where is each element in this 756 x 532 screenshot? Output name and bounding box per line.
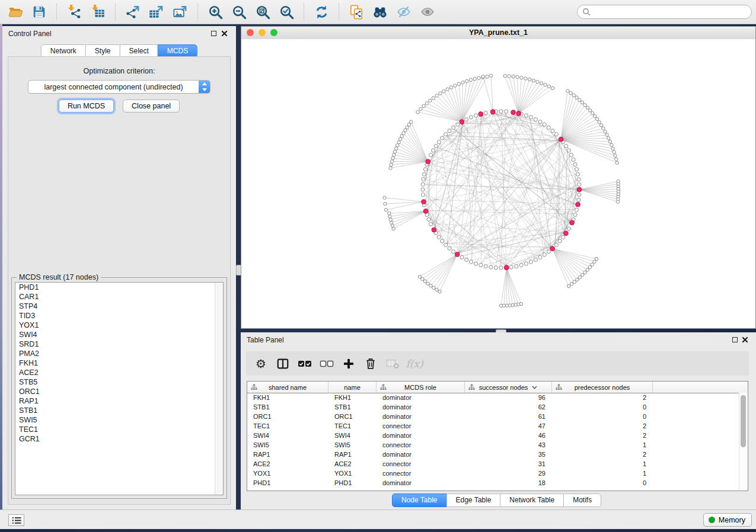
list-item[interactable]: CAR1 (15, 292, 223, 302)
column-header-filler (653, 382, 748, 393)
table-mode-gear-button[interactable]: ⚙ (252, 355, 270, 373)
table-tab-node-table[interactable]: Node Table (392, 493, 447, 507)
table-row[interactable]: SWI5SWI5connector431 (247, 440, 739, 450)
table-tab-network-table[interactable]: Network Table (500, 493, 564, 507)
list-item[interactable]: TID3 (15, 311, 223, 321)
table-cell: SWI5 (247, 440, 328, 450)
list-item[interactable]: SRD1 (15, 339, 223, 349)
column-header-successor-nodes[interactable]: successor nodes (465, 382, 552, 393)
zoom-out-button[interactable] (228, 2, 250, 22)
show-all-button[interactable] (417, 2, 438, 22)
list-item[interactable]: ORC1 (15, 387, 223, 396)
desktop: { "toolbar": { "groups": [ ["open-file",… (0, 0, 756, 532)
close-panel-icon-button[interactable] (221, 30, 229, 37)
table-row[interactable]: FKH1FKH1dominator962 (247, 393, 739, 402)
close-table-panel-button[interactable] (742, 336, 749, 344)
list-item[interactable]: STB5 (15, 377, 223, 387)
zoom-in-button[interactable] (205, 2, 226, 22)
table-row[interactable]: ACE2ACE2connector311 (247, 459, 739, 469)
list-item[interactable]: FKH1 (15, 358, 223, 368)
zoom-out-icon (231, 4, 247, 20)
table-row[interactable]: SWI4SWI4dominator462 (247, 431, 739, 440)
export-table-button[interactable] (146, 2, 167, 22)
list-scrollbar[interactable] (215, 283, 223, 495)
save-session-button[interactable] (28, 2, 50, 22)
list-item[interactable]: SWI5 (15, 415, 223, 425)
run-mcds-button[interactable]: Run MCDS (59, 100, 114, 113)
table-cell: STB1 (247, 402, 328, 412)
delete-column-button[interactable] (362, 355, 379, 373)
column-label: MCDS role (404, 384, 436, 391)
delete-table-icon (385, 358, 400, 370)
import-network-button[interactable] (63, 2, 85, 22)
table-cell: connector (377, 459, 465, 469)
toolbar-separator (56, 4, 57, 20)
list-item[interactable]: RAP1 (15, 396, 223, 406)
zoom-selected-icon (279, 4, 295, 20)
table-cell: 61 (465, 412, 552, 421)
first-neighbors-button[interactable] (369, 2, 391, 22)
table-cell: FKH1 (247, 393, 328, 402)
list-item[interactable]: GCR1 (15, 434, 223, 444)
table-row[interactable]: RAP1RAP1dominator352 (247, 450, 739, 459)
table-row[interactable]: PHD1PHD1dominator180 (247, 478, 739, 488)
refresh-network-button[interactable] (311, 2, 332, 22)
select-all-rows-icon (298, 359, 312, 368)
export-table-icon (149, 4, 165, 20)
column-header-MCDS-role[interactable]: MCDS role (377, 382, 465, 393)
table-cell: TEC1 (247, 421, 328, 431)
hide-selected-button[interactable] (393, 2, 414, 22)
table-mode-gear-icon: ⚙ (256, 358, 266, 370)
table-cell: PHD1 (328, 478, 377, 488)
table-scrollbar[interactable] (739, 393, 748, 491)
table-cell: RAP1 (247, 450, 328, 459)
list-item[interactable]: STP4 (15, 302, 223, 311)
table-cell: FKH1 (328, 393, 377, 402)
optimization-criterion-dropdown[interactable]: largest connected component (undirected) (28, 80, 210, 94)
list-item[interactable]: PMA2 (15, 349, 223, 358)
table-scrollbar-thumb[interactable] (741, 395, 746, 447)
table-row[interactable]: STB1STB1dominator620 (247, 402, 739, 412)
float-table-panel-button[interactable] (732, 337, 738, 342)
list-item[interactable]: STB1 (15, 406, 223, 415)
show-columns-button[interactable] (274, 355, 292, 373)
deselect-all-rows-icon (320, 359, 334, 368)
list-item[interactable]: SWI4 (15, 330, 223, 339)
column-header-shared-name[interactable]: shared name (247, 382, 328, 393)
export-image-button[interactable] (170, 2, 191, 22)
network-canvas[interactable] (241, 39, 755, 328)
export-network-button[interactable] (122, 2, 143, 22)
show-panels-menu-button[interactable] (8, 514, 24, 526)
list-item[interactable]: PHD1 (15, 283, 223, 292)
create-column-button[interactable] (340, 355, 358, 373)
column-label: predecessor nodes (575, 384, 630, 391)
import-table-button[interactable] (87, 2, 109, 22)
list-item[interactable]: ACE2 (15, 368, 223, 377)
deselect-all-rows-button[interactable] (318, 355, 336, 373)
memory-button[interactable]: Memory (703, 513, 752, 527)
clone-network-button[interactable] (346, 2, 367, 22)
column-header-name[interactable]: name (328, 382, 377, 393)
table-cell: 2 (552, 393, 653, 402)
create-column-icon (343, 358, 355, 370)
show-columns-icon (276, 357, 289, 370)
column-header-predecessor-nodes[interactable]: predecessor nodes (552, 382, 653, 393)
close-panel-button[interactable]: Close panel (123, 100, 180, 113)
zoom-in-icon (208, 4, 224, 20)
table-row[interactable]: YOX1YOX1connector291 (247, 469, 739, 478)
table-row[interactable]: ORC1ORC1dominator610 (247, 412, 739, 421)
zoom-fit-button[interactable] (252, 2, 273, 22)
list-item[interactable]: TEC1 (15, 425, 223, 434)
dropdown-selected-value: largest connected component (undirected) (28, 83, 199, 91)
open-file-button[interactable] (5, 2, 26, 22)
search-input[interactable] (594, 6, 751, 18)
table-panel-title: Table Panel (247, 336, 284, 344)
select-all-rows-button[interactable] (296, 355, 314, 373)
float-panel-button[interactable] (211, 31, 216, 36)
list-item[interactable]: YOX1 (15, 321, 223, 330)
control-panel-title: Control Panel (8, 30, 52, 38)
table-tab-edge-table[interactable]: Edge Table (446, 493, 501, 507)
table-tab-motifs[interactable]: Motifs (563, 493, 601, 507)
zoom-selected-button[interactable] (276, 2, 297, 22)
table-row[interactable]: TEC1TEC1connector472 (247, 421, 739, 431)
